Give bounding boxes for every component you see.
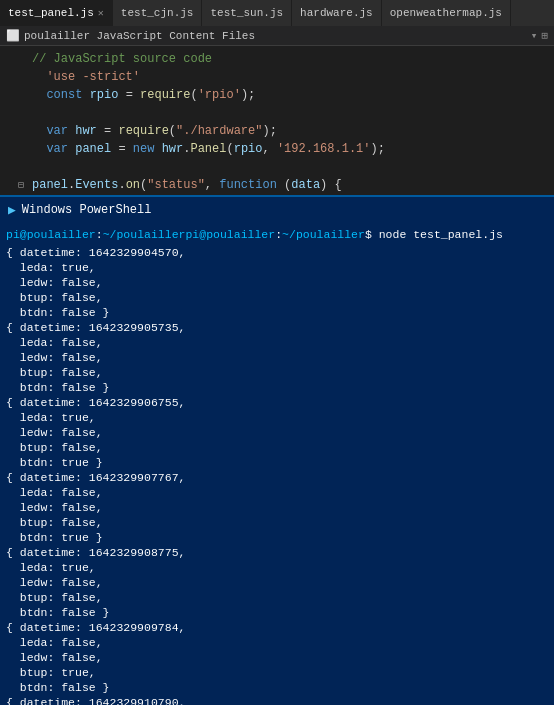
output-line: btup: false,: [6, 365, 548, 380]
code-line-5: var hwr = require("./hardware");: [0, 122, 554, 140]
output-line: ledw: false,: [6, 500, 548, 515]
output-line: leda: false,: [6, 335, 548, 350]
code-line-8: ⊟ panel.Events.on("status", function (da…: [0, 176, 554, 194]
code-line-7: [0, 158, 554, 176]
code-line-1: // JavaScript source code: [0, 50, 554, 68]
tab-test-cjn[interactable]: test_cjn.js: [113, 0, 203, 26]
tab-bar: test_panel.js ✕ test_cjn.js test_sun.js …: [0, 0, 554, 26]
ps-user1: pi@poulailler: [6, 227, 96, 243]
output-line: leda: true,: [6, 410, 548, 425]
tab-close-icon[interactable]: ✕: [98, 7, 104, 19]
dropdown-icon: ▾: [531, 29, 538, 42]
tab-label: test_panel.js: [8, 7, 94, 19]
tab-test-panel[interactable]: test_panel.js ✕: [0, 0, 113, 26]
line-code: panel.Events.on("status", function (data…: [32, 176, 342, 194]
code-line-6: var panel = new hwr.Panel(rpio, '192.168…: [0, 140, 554, 158]
ps-title-bar: ▶ Windows PowerShell: [0, 195, 554, 223]
output-line: ledw: false,: [6, 650, 548, 665]
output-line: ledw: false,: [6, 350, 548, 365]
output-line: { datetime: 1642329906755,: [6, 395, 548, 410]
output-line: { datetime: 1642329910790,: [6, 695, 548, 705]
ps-user2: pi@poulailler: [185, 227, 275, 243]
ps-sep2: :: [275, 227, 282, 243]
code-editor[interactable]: // JavaScript source code 'use -strict' …: [0, 46, 554, 195]
ps-path2: ~/poulailler: [282, 227, 365, 243]
code-line-4: [0, 104, 554, 122]
collapse-icon[interactable]: ⊟: [0, 177, 32, 195]
breadcrumb: ⬜ poulailler JavaScript Content Files ▾ …: [0, 26, 554, 46]
output-line: btup: false,: [6, 440, 548, 455]
editor-panel: test_panel.js ✕ test_cjn.js test_sun.js …: [0, 0, 554, 195]
ps-title: Windows PowerShell: [22, 203, 152, 217]
output-line: btdn: false }: [6, 605, 548, 620]
file-icon: ⬜: [6, 29, 20, 42]
powershell-panel: ▶ Windows PowerShell pi@poulailler:~/pou…: [0, 195, 554, 705]
output-line: btdn: true }: [6, 455, 548, 470]
powershell-icon: ▶: [8, 202, 16, 218]
output-line: ledw: false,: [6, 575, 548, 590]
ps-prompt-line: pi@poulailler:~/poulailler pi@poulailler…: [6, 227, 548, 243]
tab-test-sun[interactable]: test_sun.js: [202, 0, 292, 26]
output-line: { datetime: 1642329909784,: [6, 620, 548, 635]
output-line: leda: false,: [6, 635, 548, 650]
tab-label: test_sun.js: [210, 7, 283, 19]
tab-openweathermap[interactable]: openweathermap.js: [382, 0, 511, 26]
output-line: btdn: false }: [6, 680, 548, 695]
output-line: btup: false,: [6, 590, 548, 605]
output-line: { datetime: 1642329904570,: [6, 245, 548, 260]
output-line: { datetime: 1642329907767,: [6, 470, 548, 485]
tab-label: test_cjn.js: [121, 7, 194, 19]
ps-output: { datetime: 1642329904570, leda: true, l…: [6, 245, 548, 705]
line-code: var hwr = require("./hardware");: [32, 122, 277, 140]
line-code: 'use -strict': [32, 68, 140, 86]
line-code: const rpio = require('rpio');: [32, 86, 255, 104]
output-line: ledw: false,: [6, 275, 548, 290]
tab-label: hardware.js: [300, 7, 373, 19]
ps-sep1: :: [96, 227, 103, 243]
ps-path1: ~/poulailler: [103, 227, 186, 243]
extra-icon: ⊞: [541, 29, 548, 42]
ps-content[interactable]: pi@poulailler:~/poulailler pi@poulailler…: [0, 223, 554, 705]
output-line: btdn: false }: [6, 305, 548, 320]
output-line: btdn: false }: [6, 380, 548, 395]
output-line: { datetime: 1642329905735,: [6, 320, 548, 335]
output-line: leda: true,: [6, 560, 548, 575]
output-line: btup: false,: [6, 290, 548, 305]
tab-hardware[interactable]: hardware.js: [292, 0, 382, 26]
output-line: leda: true,: [6, 260, 548, 275]
output-line: btup: true,: [6, 665, 548, 680]
breadcrumb-text: poulailler JavaScript Content Files: [24, 30, 255, 42]
output-line: ledw: false,: [6, 425, 548, 440]
line-code: var panel = new hwr.Panel(rpio, '192.168…: [32, 140, 385, 158]
output-line: btup: false,: [6, 515, 548, 530]
output-line: btdn: true }: [6, 530, 548, 545]
code-line-3: const rpio = require('rpio');: [0, 86, 554, 104]
output-line: { datetime: 1642329908775,: [6, 545, 548, 560]
output-line: leda: false,: [6, 485, 548, 500]
ps-command: $ node test_panel.js: [365, 227, 503, 243]
line-code: // JavaScript source code: [32, 50, 212, 68]
code-line-2: 'use -strict': [0, 68, 554, 86]
tab-label: openweathermap.js: [390, 7, 502, 19]
